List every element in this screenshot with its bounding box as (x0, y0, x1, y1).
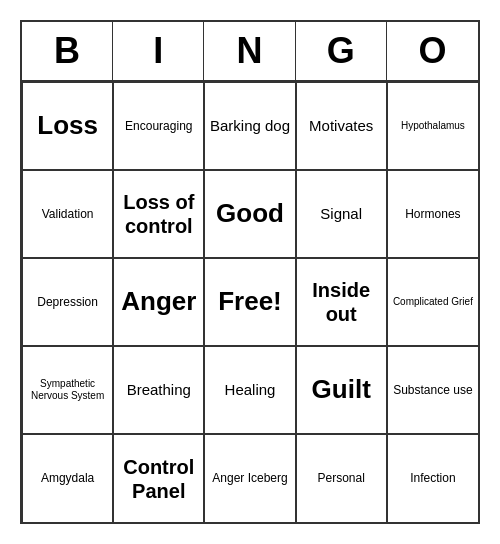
cell-text: Anger (121, 286, 196, 317)
cell-text: Personal (318, 471, 365, 485)
bingo-header: BINGO (22, 22, 478, 82)
cell-r2-c1: Anger (113, 258, 204, 346)
cell-text: Guilt (312, 374, 371, 405)
cell-text: Good (216, 198, 284, 229)
cell-r2-c4: Complicated Grief (387, 258, 478, 346)
cell-r4-c1: Control Panel (113, 434, 204, 522)
header-letter: N (204, 22, 295, 80)
cell-r4-c2: Anger Iceberg (204, 434, 295, 522)
bingo-grid: LossEncouragingBarking dogMotivatesHypot… (22, 82, 478, 522)
cell-r4-c3: Personal (296, 434, 387, 522)
header-letter: O (387, 22, 478, 80)
cell-text: Breathing (127, 381, 191, 399)
cell-text: Amgydala (41, 471, 94, 485)
cell-text: Healing (225, 381, 276, 399)
cell-text: Barking dog (210, 117, 290, 135)
cell-r1-c0: Validation (22, 170, 113, 258)
cell-text: Motivates (309, 117, 373, 135)
cell-text: Signal (320, 205, 362, 223)
header-letter: B (22, 22, 113, 80)
cell-r0-c1: Encouraging (113, 82, 204, 170)
cell-r2-c2: Free! (204, 258, 295, 346)
cell-r3-c1: Breathing (113, 346, 204, 434)
cell-r3-c0: Sympathetic Nervous System (22, 346, 113, 434)
header-letter: I (113, 22, 204, 80)
cell-text: Hypothalamus (401, 120, 465, 132)
cell-text: Free! (218, 286, 282, 317)
cell-r4-c0: Amgydala (22, 434, 113, 522)
cell-text: Anger Iceberg (212, 471, 287, 485)
cell-text: Hormones (405, 207, 460, 221)
cell-text: Sympathetic Nervous System (27, 378, 108, 402)
cell-text: Encouraging (125, 119, 192, 133)
cell-text: Infection (410, 471, 455, 485)
cell-r2-c3: Inside out (296, 258, 387, 346)
cell-text: Loss of control (118, 190, 199, 238)
cell-text: Validation (42, 207, 94, 221)
cell-r0-c4: Hypothalamus (387, 82, 478, 170)
cell-r1-c3: Signal (296, 170, 387, 258)
cell-r3-c2: Healing (204, 346, 295, 434)
cell-r1-c4: Hormones (387, 170, 478, 258)
cell-text: Inside out (301, 278, 382, 326)
bingo-card: BINGO LossEncouragingBarking dogMotivate… (20, 20, 480, 524)
cell-r1-c1: Loss of control (113, 170, 204, 258)
cell-r1-c2: Good (204, 170, 295, 258)
cell-text: Loss (37, 110, 98, 141)
cell-r3-c3: Guilt (296, 346, 387, 434)
cell-text: Depression (37, 295, 98, 309)
cell-r0-c2: Barking dog (204, 82, 295, 170)
cell-r2-c0: Depression (22, 258, 113, 346)
cell-r0-c3: Motivates (296, 82, 387, 170)
cell-text: Control Panel (118, 455, 199, 503)
cell-r0-c0: Loss (22, 82, 113, 170)
cell-r3-c4: Substance use (387, 346, 478, 434)
cell-text: Complicated Grief (393, 296, 473, 308)
cell-r4-c4: Infection (387, 434, 478, 522)
cell-text: Substance use (393, 383, 472, 397)
header-letter: G (296, 22, 387, 80)
